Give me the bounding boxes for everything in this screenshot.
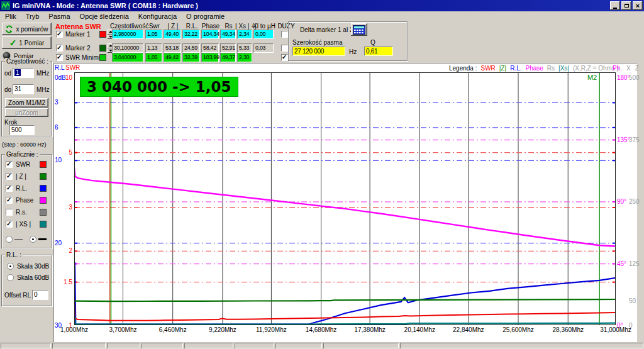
left-axis-rl-tick: 3 [55, 99, 58, 106]
right-axis-phase-tick: 45° [617, 260, 626, 267]
graph-toggle-checkbox[interactable] [6, 185, 13, 192]
marker-value-cell: 3,040000 [112, 53, 143, 62]
title-bar: IG miniVNA - Mode : Antenna SWR ( COM18 … [0, 0, 644, 11]
legend-item: Rs [547, 65, 555, 72]
duzy-checkbox[interactable] [281, 54, 288, 61]
frequency-group: Częstotliwość : od 1 MHz do 31 MHz Zoom … [1, 61, 52, 136]
freq-from-input[interactable]: 1 [13, 68, 34, 78]
graph-toggle-checkbox[interactable] [6, 173, 13, 180]
marker-value-cell: 49,40 [164, 30, 181, 39]
menu-item[interactable]: Plik [5, 13, 16, 20]
marker-value-cell: 49,34 [220, 30, 236, 39]
legend-item: R.L. [510, 65, 521, 72]
left-axis-swr-tick: 10 [65, 74, 72, 81]
plot-area[interactable]: M2 [74, 72, 616, 325]
x-axis-tick-label: 22,840Mhz [453, 326, 484, 333]
rl-scale-label: Skala 30dB [17, 263, 49, 270]
marker-value-cell: 24,59 [182, 43, 200, 53]
duzy-checkbox[interactable] [281, 45, 288, 52]
close-button[interactable]: × [633, 1, 643, 10]
marker-value-cell: 2,980000 [112, 30, 143, 39]
marker-value-cell: 58,42 [201, 43, 219, 53]
x-axis-tick-label: 1,000Mhz [60, 326, 88, 333]
trace-z [74, 299, 616, 301]
legend-item: Phase [526, 65, 543, 72]
multi-measure-button[interactable]: x pomiarów [2, 23, 52, 35]
left-axis-swr-tick: 5 [69, 149, 72, 156]
minimize-button[interactable] [610, 1, 620, 10]
marker-color-swatch [99, 54, 106, 61]
single-measure-button[interactable]: ✓ 1 Pomiar [2, 36, 52, 49]
chart-svg: M2 [74, 72, 616, 325]
step-note: (Step : 60000 Hz) [2, 141, 47, 148]
zoom-m1-m2-button[interactable]: Zoom M1/M2 [5, 98, 48, 108]
rl-scale-radio[interactable] [7, 274, 14, 281]
marker-value-cell: 5,33 [237, 43, 252, 53]
rl-scale-group: R.L. : Skala 30dBSkala 60dB Offset RL 0 [1, 255, 52, 306]
status-segment [1, 343, 51, 348]
menu-item[interactable]: Tryb [26, 13, 40, 20]
rl-scale-label: Skala 60dB [17, 274, 49, 281]
bandwidth-label: Szerokość pasma [292, 39, 342, 46]
unzoom-button[interactable]: unZoom [5, 108, 48, 117]
left-axis-swr-tick: 2 [69, 247, 72, 254]
minimize-icon [613, 8, 617, 9]
graph-toggle-checkbox[interactable] [6, 197, 13, 204]
marker-value-cell: 1,13 [145, 43, 162, 53]
duzy-checkbox[interactable] [281, 31, 288, 38]
marker-value-cell: 2,30 [237, 53, 252, 62]
x-axis-tick-label: 28,360Mhz [552, 326, 583, 333]
marker-value-cell: 49,42 [164, 53, 181, 62]
graph-toggle-checkbox[interactable] [6, 161, 13, 168]
od-label: od [4, 70, 11, 77]
menu-item[interactable]: Opcje śledzenia [80, 13, 129, 20]
app-window: { "window": { "title": "IG miniVNA - Mod… [0, 0, 644, 349]
menu-item[interactable]: O programie [186, 13, 225, 20]
freq-to-value: 31 [14, 86, 21, 92]
graph-color-swatch [40, 209, 47, 216]
legend-item: |Z| [499, 65, 506, 72]
calculator-button[interactable] [351, 23, 367, 36]
plot-border [75, 73, 616, 325]
status-segment [400, 343, 643, 348]
x-axis-tick-label: 25,600Mhz [502, 326, 533, 333]
rl-scale-radio[interactable] [7, 263, 14, 270]
swr-minimum-info-box: 3 040 000 -> 1,05 [80, 77, 238, 97]
offset-rl-input[interactable]: 0 [32, 290, 48, 300]
thick-line-icon [38, 238, 47, 240]
marker-row-checkbox[interactable] [56, 54, 63, 61]
marker-value-cell: 32,39 [182, 53, 200, 62]
offset-rl-value: 0 [34, 291, 38, 298]
delta-title: Delta marker 1 al 2 [300, 26, 353, 33]
marker-row-label: Marker 1 [65, 31, 90, 38]
graph-color-swatch [40, 221, 47, 228]
x-axis-tick-label: 11,920Mhz [256, 326, 287, 333]
graph-toggle-label: | XS | [16, 221, 31, 228]
marker-value-cell: 2,34 [237, 30, 252, 39]
legend-items: SWR|Z|R.L.PhaseRs|Xs|(X,R,Z = Ohms.) [481, 65, 619, 72]
menu-item[interactable]: Konfiguracja [138, 13, 177, 20]
marker-row-checkbox[interactable] [56, 45, 63, 52]
krok-input[interactable]: 500 [9, 125, 35, 135]
graph-toggle-checkbox[interactable] [6, 209, 13, 216]
legend-item: |Xs| [558, 65, 569, 72]
restore-button[interactable] [621, 1, 631, 10]
marker-value-cell: 104,34 [201, 30, 219, 39]
marker-row-checkbox[interactable] [56, 31, 63, 38]
marker-value-cell: 32,22 [182, 30, 200, 39]
left-axis: 0dB36102030105321.51 [54, 64, 74, 334]
unzoom-label: unZoom [15, 109, 38, 116]
freq-to-input[interactable]: 31 [13, 84, 34, 94]
thick-line-radio[interactable] [30, 236, 36, 243]
offset-rl-label: Offset RL [4, 292, 31, 299]
x-axis-tick-label: 14,680Mhz [306, 326, 336, 333]
status-segment [235, 343, 274, 348]
thin-line-radio[interactable] [6, 236, 13, 243]
x-axis-tick-label: 20,140Mhz [404, 326, 435, 333]
status-segment [107, 343, 140, 348]
frequency-group-title: Częstotliwość : [5, 58, 50, 65]
menu-item[interactable]: Pasma [48, 13, 70, 20]
single-measure-label: 1 Pomiar [19, 40, 44, 47]
marker-value-cell: 0,00 [253, 30, 274, 39]
graph-toggle-checkbox[interactable] [6, 221, 13, 228]
